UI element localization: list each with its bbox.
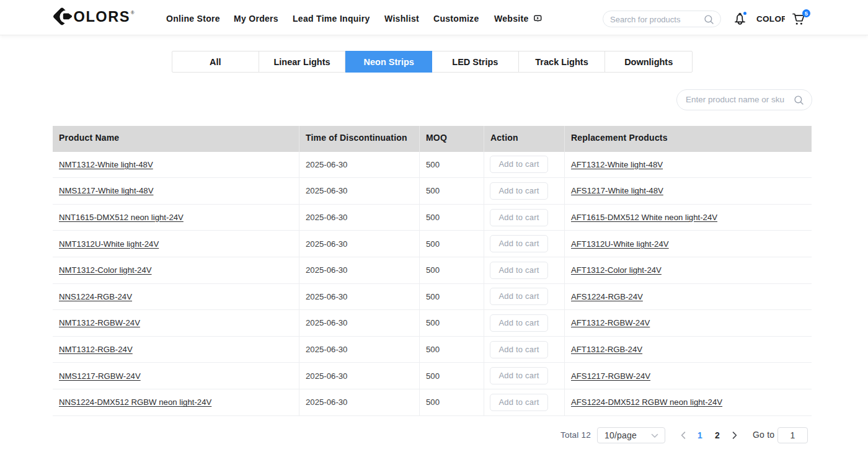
svg-text:OLORS: OLORS <box>74 9 130 25</box>
svg-text:®: ® <box>131 10 135 16</box>
